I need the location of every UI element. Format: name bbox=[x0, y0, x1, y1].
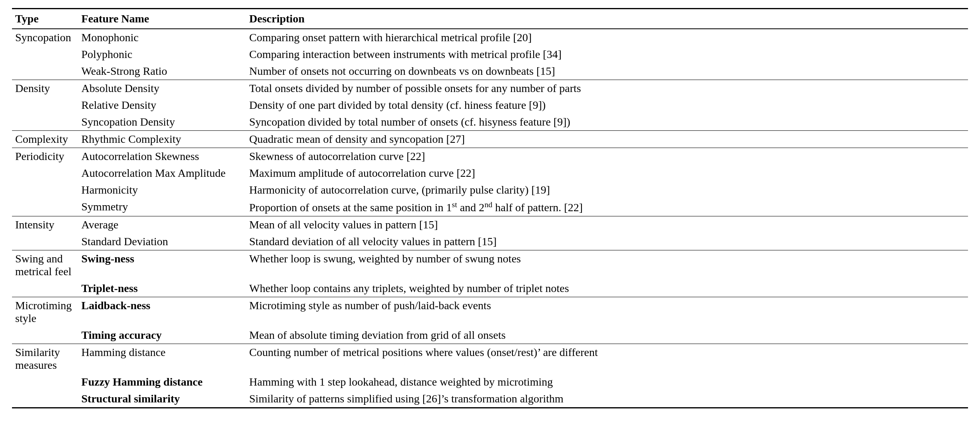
cell-description: Number of onsets not occurring on downbe… bbox=[246, 63, 968, 80]
cell-type bbox=[12, 280, 78, 297]
cell-feature-name: Weak-Strong Ratio bbox=[78, 63, 246, 80]
header-type: Type bbox=[12, 9, 78, 29]
table-row: Microtiming styleLaidback-nessMicrotimin… bbox=[12, 297, 968, 327]
cell-type bbox=[12, 374, 78, 390]
cell-description: Whether loop contains any triplets, weig… bbox=[246, 280, 968, 297]
cell-feature-name: Laidback-ness bbox=[78, 297, 246, 327]
cell-description: Skewness of autocorrelation curve [22] bbox=[246, 148, 968, 165]
cell-feature-name: Symmetry bbox=[78, 198, 246, 216]
cell-feature-name: Polyphonic bbox=[78, 46, 246, 63]
table-row: Timing accuracyMean of absolute timing d… bbox=[12, 327, 968, 344]
cell-type bbox=[12, 233, 78, 250]
cell-feature-name: Syncopation Density bbox=[78, 114, 246, 131]
table-row: SyncopationMonophonicComparing onset pat… bbox=[12, 29, 968, 46]
cell-type bbox=[12, 327, 78, 344]
cell-type: Intensity bbox=[12, 216, 78, 234]
cell-description: Hamming with 1 step lookahead, distance … bbox=[246, 374, 968, 390]
cell-feature-name: Structural similarity bbox=[78, 390, 246, 408]
cell-feature-name: Hamming distance bbox=[78, 344, 246, 374]
cell-type bbox=[12, 165, 78, 182]
cell-feature-name: Relative Density bbox=[78, 97, 246, 114]
cell-feature-name: Autocorrelation Skewness bbox=[78, 148, 246, 165]
cell-type bbox=[12, 46, 78, 63]
cell-type bbox=[12, 198, 78, 216]
cell-description: Comparing onset pattern with hierarchica… bbox=[246, 29, 968, 46]
table-row: Structural similaritySimilarity of patte… bbox=[12, 390, 968, 408]
cell-type: Microtiming style bbox=[12, 297, 78, 327]
header-feature: Feature Name bbox=[78, 9, 246, 29]
cell-description: Total onsets divided by number of possib… bbox=[246, 80, 968, 97]
table-row: SymmetryProportion of onsets at the same… bbox=[12, 198, 968, 216]
cell-description: Mean of absolute timing deviation from g… bbox=[246, 327, 968, 344]
cell-description: Maximum amplitude of autocorrelation cur… bbox=[246, 165, 968, 182]
cell-feature-name: Monophonic bbox=[78, 29, 246, 46]
cell-type bbox=[12, 182, 78, 198]
cell-type bbox=[12, 97, 78, 114]
cell-type bbox=[12, 114, 78, 131]
cell-description: Counting number of metrical positions wh… bbox=[246, 344, 968, 374]
table-row: Fuzzy Hamming distanceHamming with 1 ste… bbox=[12, 374, 968, 390]
cell-feature-name: Absolute Density bbox=[78, 80, 246, 97]
cell-description: Microtiming style as number of push/laid… bbox=[246, 297, 968, 327]
table-row: HarmonicityHarmonicity of autocorrelatio… bbox=[12, 182, 968, 198]
cell-feature-name: Standard Deviation bbox=[78, 233, 246, 250]
table-row: PeriodicityAutocorrelation SkewnessSkewn… bbox=[12, 148, 968, 165]
cell-feature-name: Swing-ness bbox=[78, 250, 246, 280]
table-row: Similarity measuresHamming distanceCount… bbox=[12, 344, 968, 374]
cell-feature-name: Fuzzy Hamming distance bbox=[78, 374, 246, 390]
table-row: PolyphonicComparing interaction between … bbox=[12, 46, 968, 63]
table-row: Autocorrelation Max AmplitudeMaximum amp… bbox=[12, 165, 968, 182]
table-row: DensityAbsolute DensityTotal onsets divi… bbox=[12, 80, 968, 97]
cell-type bbox=[12, 390, 78, 408]
table-row: ComplexityRhythmic ComplexityQuadratic m… bbox=[12, 131, 968, 148]
cell-feature-name: Average bbox=[78, 216, 246, 234]
cell-description: Harmonicity of autocorrelation curve, (p… bbox=[246, 182, 968, 198]
cell-type: Syncopation bbox=[12, 29, 78, 46]
cell-feature-name: Autocorrelation Max Amplitude bbox=[78, 165, 246, 182]
cell-feature-name: Triplet-ness bbox=[78, 280, 246, 297]
cell-description: Whether loop is swung, weighted by numbe… bbox=[246, 250, 968, 280]
cell-description: Density of one part divided by total den… bbox=[246, 97, 968, 114]
cell-feature-name: Rhythmic Complexity bbox=[78, 131, 246, 148]
header-description: Description bbox=[246, 9, 968, 29]
table-row: IntensityAverageMean of all velocity val… bbox=[12, 216, 968, 234]
cell-type: Density bbox=[12, 80, 78, 97]
cell-type: Periodicity bbox=[12, 148, 78, 165]
cell-description: Standard deviation of all velocity value… bbox=[246, 233, 968, 250]
cell-feature-name: Timing accuracy bbox=[78, 327, 246, 344]
table-row: Standard DeviationStandard deviation of … bbox=[12, 233, 968, 250]
cell-type bbox=[12, 63, 78, 80]
cell-type: Similarity measures bbox=[12, 344, 78, 374]
table-row: Syncopation DensitySyncopation divided b… bbox=[12, 114, 968, 131]
cell-description: Similarity of patterns simplified using … bbox=[246, 390, 968, 408]
cell-description: Proportion of onsets at the same positio… bbox=[246, 198, 968, 216]
cell-description: Comparing interaction between instrument… bbox=[246, 46, 968, 63]
cell-type: Complexity bbox=[12, 131, 78, 148]
cell-description: Quadratic mean of density and syncopatio… bbox=[246, 131, 968, 148]
cell-description: Mean of all velocity values in pattern [… bbox=[246, 216, 968, 234]
table-row: Relative DensityDensity of one part divi… bbox=[12, 97, 968, 114]
features-table: Type Feature Name Description Syncopatio… bbox=[12, 8, 968, 408]
cell-type: Swing and metrical feel bbox=[12, 250, 78, 280]
table-row: Weak-Strong RatioNumber of onsets not oc… bbox=[12, 63, 968, 80]
cell-description: Syncopation divided by total number of o… bbox=[246, 114, 968, 131]
table-row: Triplet-nessWhether loop contains any tr… bbox=[12, 280, 968, 297]
cell-feature-name: Harmonicity bbox=[78, 182, 246, 198]
table-row: Swing and metrical feelSwing-nessWhether… bbox=[12, 250, 968, 280]
